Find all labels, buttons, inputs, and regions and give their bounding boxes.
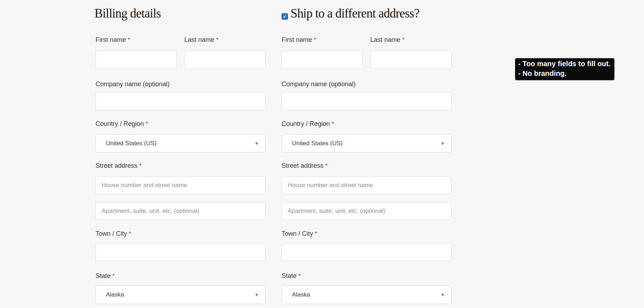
label-text: Country / Region	[96, 120, 144, 127]
shipping-state-label: State*	[282, 272, 301, 280]
shipping-first-name-label: First name*	[282, 36, 316, 44]
label-text: Last name	[370, 36, 400, 43]
shipping-street-address2-input[interactable]	[282, 202, 452, 220]
shipping-last-name-label: Last name*	[370, 36, 405, 44]
billing-state-select[interactable]: Alaska ▾	[96, 285, 265, 304]
label-text: Town / City	[96, 230, 127, 237]
checkmark-icon: ✓	[283, 14, 287, 19]
required-asterisk: *	[128, 36, 130, 43]
ship-different-address-checkbox[interactable]: ✓	[282, 13, 288, 20]
required-asterisk: *	[314, 36, 316, 43]
billing-street-address2-input[interactable]	[96, 202, 265, 220]
shipping-last-name-input[interactable]	[370, 51, 452, 69]
shipping-company-input[interactable]	[282, 92, 452, 110]
selected-value: Alaska	[292, 291, 310, 298]
required-asterisk: *	[402, 36, 405, 43]
label-text: Country / Region	[282, 120, 330, 127]
billing-country-select[interactable]: United States (US) ▾	[96, 134, 265, 152]
required-asterisk: *	[298, 273, 301, 279]
shipping-title[interactable]: Ship to a different address?	[291, 6, 419, 21]
billing-last-name-input[interactable]	[184, 51, 265, 69]
billing-state-label: State*	[96, 272, 115, 280]
required-asterisk: *	[332, 121, 334, 127]
billing-last-name-label: Last name*	[184, 36, 219, 44]
label-text: First name	[96, 36, 126, 43]
shipping-country-select[interactable]: United States (US) ▾	[282, 134, 452, 152]
required-asterisk: *	[315, 230, 317, 237]
label-text: Company name (optional)	[96, 80, 170, 88]
label-text: Town / City	[282, 230, 313, 237]
required-asterisk: *	[139, 162, 142, 169]
chevron-down-icon: ▾	[255, 140, 258, 146]
selected-value: Alaska	[106, 291, 124, 298]
shipping-street-address1-input[interactable]	[282, 176, 452, 194]
shipping-street-label: Street address*	[282, 162, 328, 170]
shipping-company-label: Company name (optional)	[282, 80, 356, 88]
label-text: Street address	[282, 162, 323, 169]
selected-value: United States (US)	[106, 140, 157, 147]
label-text: First name	[282, 36, 312, 43]
shipping-city-input[interactable]	[282, 244, 452, 261]
label-text: State	[282, 272, 297, 279]
billing-company-input[interactable]	[96, 92, 265, 110]
required-asterisk: *	[216, 36, 219, 43]
chevron-down-icon: ▾	[255, 292, 258, 297]
shipping-section: ✓ Ship to a different address? First nam…	[282, 0, 452, 308]
billing-company-label: Company name (optional)	[96, 80, 170, 88]
billing-street-address1-input[interactable]	[96, 176, 265, 194]
annotation-line: - Too many fields to fill out.	[518, 59, 611, 69]
selected-value: United States (US)	[292, 140, 343, 147]
annotation-note: - Too many fields to fill out. - No bran…	[515, 58, 615, 80]
annotation-line: - No branding.	[518, 69, 611, 78]
shipping-state-select[interactable]: Alaska ▾	[282, 285, 452, 304]
shipping-country-label: Country / Region*	[282, 120, 334, 128]
label-text: Street address	[96, 162, 137, 169]
label-text: State	[96, 272, 111, 279]
label-text: Last name	[184, 36, 214, 43]
label-text: Company name (optional)	[282, 80, 356, 88]
billing-first-name-input[interactable]	[96, 51, 177, 69]
billing-first-name-label: First name*	[96, 36, 130, 44]
shipping-first-name-input[interactable]	[282, 51, 363, 69]
required-asterisk: *	[129, 230, 131, 237]
billing-title: Billing details	[94, 6, 161, 21]
billing-street-label: Street address*	[96, 162, 142, 170]
billing-city-input[interactable]	[96, 244, 265, 261]
chevron-down-icon: ▾	[441, 292, 444, 297]
required-asterisk: *	[325, 162, 328, 169]
chevron-down-icon: ▾	[441, 140, 444, 146]
required-asterisk: *	[146, 121, 148, 127]
required-asterisk: *	[112, 273, 115, 279]
billing-country-label: Country / Region*	[96, 120, 148, 128]
billing-city-label: Town / City*	[96, 230, 131, 238]
shipping-city-label: Town / City*	[282, 230, 317, 238]
billing-section: Billing details First name* Last name* C…	[96, 0, 265, 308]
